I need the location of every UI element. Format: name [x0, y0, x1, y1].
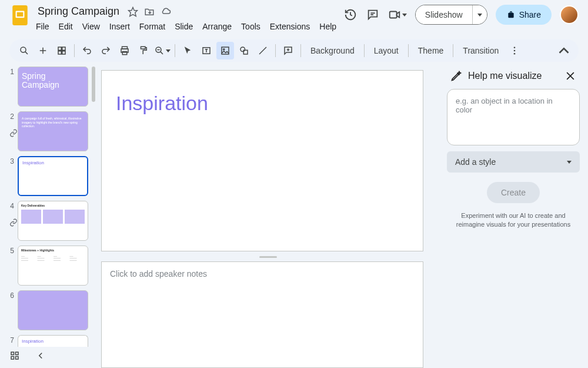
templates-icon[interactable] — [53, 42, 71, 59]
svg-point-33 — [514, 50, 516, 52]
menu-tools[interactable]: Tools — [237, 19, 265, 34]
svg-rect-6 — [390, 12, 397, 18]
undo-icon[interactable] — [78, 42, 96, 59]
svg-rect-25 — [222, 47, 229, 54]
slide-thumb-3[interactable]: Inspiration — [18, 156, 88, 196]
chevron-down-icon — [567, 161, 572, 164]
svg-marker-7 — [396, 12, 399, 17]
speaker-notes[interactable]: Click to add speaker notes — [101, 261, 423, 368]
zoom-icon[interactable] — [153, 42, 171, 59]
svg-rect-12 — [58, 47, 61, 50]
thumb-heading: Key Deliverables — [18, 201, 88, 208]
menubar: File Edit View Insert Format Slide Arran… — [32, 19, 343, 34]
slideshow-group: Slideshow — [415, 5, 487, 25]
slide-number: 3 — [8, 156, 14, 165]
slide-thumb-2[interactable]: A campaign full of fresh, whimsical, ill… — [18, 111, 88, 151]
move-folder-icon[interactable] — [144, 6, 155, 17]
grid-view-icon[interactable] — [8, 349, 21, 362]
select-tool-icon[interactable] — [179, 42, 196, 59]
svg-rect-39 — [11, 357, 14, 360]
chevron-down-icon — [402, 14, 407, 16]
thumb-title: Spring Campaign — [18, 67, 88, 95]
slideshow-dropdown[interactable] — [473, 5, 487, 24]
avatar[interactable] — [560, 5, 579, 24]
comment-add-icon[interactable] — [279, 42, 297, 59]
doc-title[interactable]: Spring Campaign — [35, 5, 122, 18]
print-icon[interactable] — [116, 42, 133, 59]
close-icon[interactable] — [564, 70, 576, 82]
slideshow-button[interactable]: Slideshow — [416, 5, 473, 24]
sidepanel-title: Help me visualize — [468, 71, 559, 81]
help-visualize-panel: Help me visualize e.g. an object in a lo… — [442, 62, 588, 368]
svg-line-29 — [259, 47, 266, 54]
theme-button[interactable]: Theme — [412, 46, 450, 55]
menu-arrange[interactable]: Arrange — [198, 19, 236, 34]
thumb-desc: A campaign full of fresh, whimsical, ill… — [18, 112, 88, 133]
notes-resize-handle[interactable] — [259, 256, 277, 258]
menu-view[interactable]: View — [78, 19, 104, 34]
visualize-prompt-input[interactable]: e.g. an object in a location in color — [447, 89, 580, 145]
slide-heading[interactable]: Inspiration — [116, 92, 409, 115]
cloud-status-icon[interactable] — [161, 6, 171, 17]
svg-point-27 — [240, 47, 245, 52]
star-icon[interactable] — [128, 6, 138, 17]
toolbar: Background Layout Theme Transition — [9, 39, 579, 62]
chevron-left-icon[interactable] — [34, 349, 47, 362]
search-icon[interactable] — [15, 42, 33, 59]
svg-line-9 — [25, 52, 28, 54]
slide-thumb-4[interactable]: Key Deliverables — [18, 201, 88, 241]
svg-rect-37 — [11, 352, 14, 355]
link-icon — [9, 218, 18, 229]
chevron-down-icon — [477, 14, 482, 16]
svg-rect-13 — [62, 47, 65, 50]
thumb-heading: Inspiration — [18, 336, 88, 347]
thumb-heading: Milestones + Highlights — [18, 246, 88, 256]
svg-rect-2 — [17, 12, 24, 16]
svg-rect-40 — [16, 357, 19, 360]
slide-canvas[interactable]: Inspiration — [101, 70, 423, 251]
new-slide-icon[interactable] — [34, 42, 52, 59]
more-icon[interactable] — [506, 42, 523, 59]
thumb-heading: Inspiration — [19, 157, 87, 168]
background-button[interactable]: Background — [305, 46, 360, 55]
menu-extensions[interactable]: Extensions — [266, 19, 314, 34]
pencil-spark-icon — [450, 70, 462, 82]
svg-rect-14 — [58, 51, 61, 54]
comments-icon[interactable] — [366, 8, 380, 22]
menu-edit[interactable]: Edit — [55, 19, 77, 34]
link-icon — [9, 129, 18, 140]
history-icon[interactable] — [343, 8, 358, 22]
slide-number: 6 — [8, 290, 14, 300]
filmstrip: 1 Spring Campaign 2 A campaign full of f… — [0, 62, 96, 368]
slide-thumb-1[interactable]: Spring Campaign — [18, 67, 88, 107]
slide-thumb-5[interactable]: Milestones + Highlights ————————————————… — [18, 246, 88, 286]
layout-button[interactable]: Layout — [368, 46, 405, 55]
svg-rect-15 — [62, 51, 65, 54]
slide-thumb-6[interactable] — [18, 290, 88, 330]
transition-button[interactable]: Transition — [457, 46, 505, 55]
svg-point-34 — [514, 53, 516, 55]
menu-file[interactable]: File — [32, 19, 54, 34]
slide-thumb-7[interactable]: Inspiration — [18, 335, 88, 347]
svg-rect-38 — [16, 352, 19, 355]
slides-logo[interactable] — [9, 5, 31, 26]
redo-icon[interactable] — [97, 42, 115, 59]
collapse-toolbar-icon[interactable] — [555, 42, 573, 59]
shape-icon[interactable] — [235, 42, 253, 59]
share-button[interactable]: Share — [496, 5, 552, 25]
paint-format-icon[interactable] — [135, 42, 152, 59]
menu-slide[interactable]: Slide — [171, 19, 197, 34]
menu-format[interactable]: Format — [135, 19, 169, 34]
svg-point-8 — [21, 47, 26, 52]
slide-number: 4 — [8, 201, 14, 210]
textbox-icon[interactable] — [198, 42, 215, 59]
line-icon[interactable] — [254, 42, 272, 59]
meet-button[interactable] — [388, 8, 407, 21]
image-icon[interactable] — [216, 42, 234, 59]
menu-help[interactable]: Help — [315, 19, 340, 34]
svg-marker-3 — [129, 7, 138, 16]
svg-point-32 — [514, 47, 516, 48]
menu-insert[interactable]: Insert — [105, 19, 134, 34]
style-dropdown[interactable]: Add a style — [447, 151, 580, 173]
slide-number: 2 — [8, 111, 14, 121]
